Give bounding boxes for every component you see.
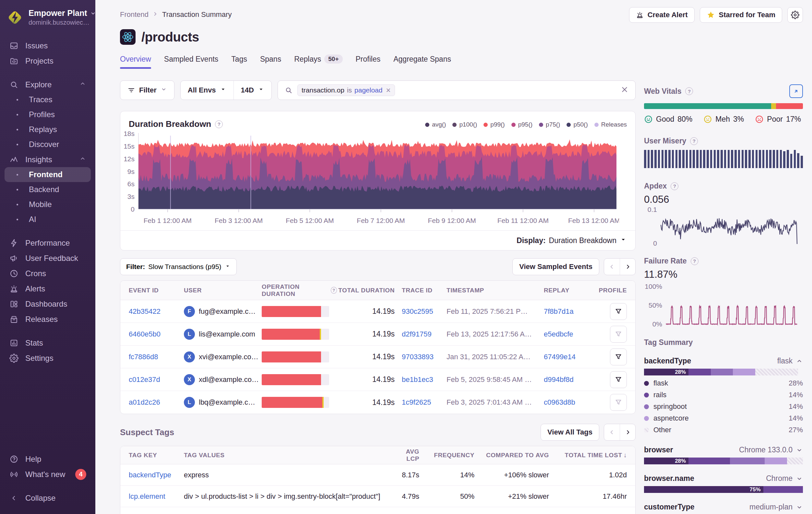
tag-legend-row[interactable]: springboot14% xyxy=(644,401,803,412)
duration-bar[interactable] xyxy=(262,329,329,340)
sidebar-item-backend[interactable]: Backend xyxy=(4,182,91,197)
legend-item-avg[interactable]: avg() xyxy=(425,121,446,128)
sidebar-item-projects[interactable]: Projects xyxy=(4,53,91,69)
trace-id-link[interactable]: 1c9f2625 xyxy=(402,398,431,406)
filter-dropdown[interactable]: Filter xyxy=(120,80,174,100)
profile-button[interactable] xyxy=(610,371,627,388)
previous-page-button[interactable] xyxy=(604,424,620,440)
profile-button[interactable] xyxy=(610,394,627,411)
tag-legend-row[interactable]: flask28% xyxy=(644,377,803,389)
replay-link[interactable]: d994bf8d xyxy=(544,375,596,384)
sidebar-item-replays[interactable]: Replays xyxy=(4,122,91,137)
tag-legend-row[interactable]: rails14% xyxy=(644,389,803,401)
environment-selector[interactable]: All Envs xyxy=(181,81,233,100)
profile-button[interactable] xyxy=(610,326,627,343)
create-alert-button[interactable]: Create Alert xyxy=(629,7,695,23)
legend-item-Releases[interactable]: Releases xyxy=(594,121,627,128)
legend-item-p95[interactable]: p95() xyxy=(512,121,532,128)
sidebar-item-stats[interactable]: Stats xyxy=(4,335,91,350)
tag-top-value[interactable]: Chrome 133.0.0 xyxy=(739,445,803,454)
sidebar-item-help[interactable]: Help xyxy=(4,451,91,467)
starred-for-team-button[interactable]: Starred for Team xyxy=(700,7,782,23)
date-range-selector[interactable]: 14D xyxy=(233,81,271,100)
sidebar-item-mobile[interactable]: Mobile xyxy=(4,197,91,212)
sidebar-item-settings[interactable]: Settings xyxy=(4,350,91,366)
event-id-link[interactable]: c012e37d xyxy=(129,375,184,384)
sidebar-item-ai[interactable]: AI xyxy=(4,212,91,227)
duration-chart[interactable]: 18s15s12s9s6s3s0Feb 1 12:00 AMFeb 3 12:0… xyxy=(120,129,635,228)
tag-distribution-bar[interactable]: 28% xyxy=(644,369,803,375)
view-sampled-events-button[interactable]: View Sampled Events xyxy=(512,258,599,275)
tab-replays[interactable]: Replays50+ xyxy=(294,55,343,69)
legend-item-p75[interactable]: p75() xyxy=(539,121,560,128)
duration-bar[interactable] xyxy=(262,374,329,385)
duration-bar[interactable] xyxy=(262,397,329,408)
replay-link[interactable]: 7f8b7d1a xyxy=(544,307,596,316)
trace-id-link[interactable]: 97033893 xyxy=(402,353,434,361)
event-id-link[interactable]: 6460e5b0 xyxy=(129,330,184,339)
help-tooltip-icon[interactable]: ? xyxy=(685,87,693,95)
help-tooltip-icon[interactable]: ? xyxy=(215,120,223,128)
sidebar-item-issues[interactable]: Issues xyxy=(4,38,91,53)
tag-legend-row[interactable]: aspnetcore14% xyxy=(644,412,803,424)
previous-page-button[interactable] xyxy=(604,259,620,275)
sidebar-item-whats-new[interactable]: What's new 4 xyxy=(4,467,91,482)
replay-link[interactable]: 67499e14 xyxy=(544,353,596,361)
open-web-vitals-icon[interactable] xyxy=(789,84,803,98)
tag-key-link[interactable]: lcp.element xyxy=(129,492,184,501)
column-total-time-lost[interactable]: Total Time Lost↓ xyxy=(549,451,627,459)
breadcrumb-frontend[interactable]: Frontend xyxy=(120,10,148,19)
tag-distribution-bar[interactable]: 28% xyxy=(644,458,803,464)
tag-top-value[interactable]: Chrome xyxy=(766,474,803,483)
trace-id-link[interactable]: 930c2595 xyxy=(402,307,433,316)
legend-item-p50[interactable]: p50() xyxy=(567,121,588,128)
tag-distribution-bar[interactable]: 75% xyxy=(644,486,803,493)
search-clear-icon[interactable] xyxy=(620,85,629,95)
token-remove-icon[interactable]: ✕ xyxy=(385,87,391,94)
event-id-link[interactable]: 42b35422 xyxy=(129,307,184,316)
sidebar-item-profiles[interactable]: Profiles xyxy=(4,107,91,122)
profile-button[interactable] xyxy=(610,349,627,366)
sidebar-group-explore[interactable]: Explore xyxy=(4,77,91,92)
profile-button[interactable] xyxy=(610,303,627,320)
sidebar-item-traces[interactable]: Traces xyxy=(4,92,91,107)
tag-legend-row[interactable]: Other27% xyxy=(644,424,803,436)
help-tooltip-icon[interactable]: ? xyxy=(671,182,678,190)
tag-key-link[interactable]: backendType xyxy=(129,471,184,479)
sidebar-item-user-feedback[interactable]: User Feedback xyxy=(4,250,91,266)
duration-bar[interactable] xyxy=(262,306,329,317)
next-page-button[interactable] xyxy=(620,259,635,275)
search-input[interactable]: transaction.op is pageload ✕ xyxy=(278,80,636,100)
tab-overview[interactable]: Overview xyxy=(120,55,151,69)
tag-top-value[interactable]: medium-plan xyxy=(749,503,803,511)
trace-id-link[interactable]: d2f91759 xyxy=(402,330,432,338)
help-tooltip-icon[interactable]: ? xyxy=(331,287,337,294)
legend-item-p99[interactable]: p99() xyxy=(484,121,504,128)
tab-profiles[interactable]: Profiles xyxy=(356,55,381,69)
help-tooltip-icon[interactable]: ? xyxy=(690,137,698,145)
search-token[interactable]: transaction.op is pageload ✕ xyxy=(297,84,395,96)
sidebar-item-discover[interactable]: Discover xyxy=(4,137,91,152)
replay-link[interactable]: e5edbcfe xyxy=(544,330,596,339)
sidebar-item-frontend[interactable]: Frontend xyxy=(4,167,91,182)
sidebar-item-performance[interactable]: Performance xyxy=(4,235,91,250)
event-id-link[interactable]: a01d2c26 xyxy=(129,398,184,407)
tab-sampled-events[interactable]: Sampled Events xyxy=(164,55,218,69)
sidebar-item-releases[interactable]: Releases xyxy=(4,312,91,327)
transactions-filter-dropdown[interactable]: Filter: Slow Transactions (p95) xyxy=(120,258,237,275)
view-all-tags-button[interactable]: View All Tags xyxy=(541,424,599,441)
sidebar-collapse-button[interactable]: Collapse xyxy=(4,490,91,506)
event-id-link[interactable]: fc7886d8 xyxy=(129,353,184,361)
tab-aggregate-spans[interactable]: Aggregate Spans xyxy=(393,55,451,69)
display-selector[interactable]: Display: Duration Breakdown xyxy=(517,236,627,245)
help-tooltip-icon[interactable]: ? xyxy=(691,257,698,265)
sidebar-item-dashboards[interactable]: Dashboards xyxy=(4,296,91,312)
sidebar-group-insights[interactable]: Insights xyxy=(4,152,91,167)
replay-link[interactable]: c0963d8b xyxy=(544,398,596,407)
trace-id-link[interactable]: be1b1ec3 xyxy=(402,375,433,383)
next-page-button[interactable] xyxy=(620,424,635,440)
tab-spans[interactable]: Spans xyxy=(260,55,281,69)
sidebar-item-alerts[interactable]: Alerts xyxy=(4,281,91,296)
org-switcher[interactable]: Empower Plant dominik.buszowiec… xyxy=(0,8,95,26)
transaction-settings-button[interactable] xyxy=(787,7,803,23)
